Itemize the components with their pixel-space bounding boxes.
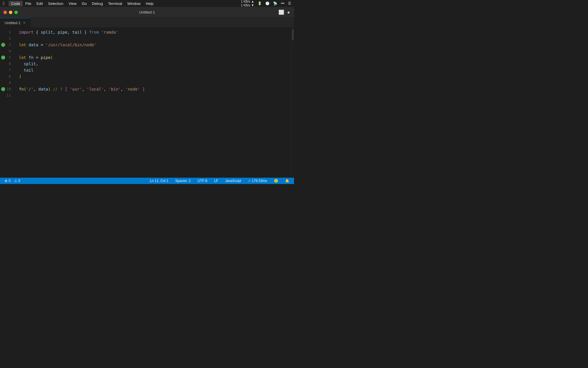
code-content-3[interactable]: let data = '/usr/local/bin/node': [14, 42, 96, 48]
error-count[interactable]: ⊗ 0 ⚠ 0: [3, 178, 21, 184]
code-line-2: 2: [0, 35, 291, 42]
error-icon: ⊗: [5, 179, 7, 183]
status-bar: ⊗ 0 ⚠ 0 Ln 11, Col 1 Spaces: 2 UTF-8 LF …: [0, 178, 294, 184]
warning-icon: ⚠: [14, 179, 17, 183]
line-number-11: 11: [6, 92, 11, 99]
apple-menu[interactable]: : [3, 1, 5, 6]
airdrop-icon: 📡: [273, 1, 277, 5]
menu-file[interactable]: File: [23, 1, 34, 6]
tab-close[interactable]: ✕: [23, 21, 26, 25]
code-line-6: 6 split,: [0, 61, 291, 67]
line-number-4: 4: [9, 48, 11, 54]
line-number-3: 3: [9, 42, 11, 48]
tab-area-empty[interactable]: [30, 18, 294, 28]
more-icon[interactable]: •••: [281, 1, 285, 5]
code-line-7: 7 tail: [0, 67, 291, 73]
code-content-6[interactable]: split,: [14, 61, 38, 67]
code-lines: 1import { split, pipe, tail } from 'ramd…: [0, 29, 291, 99]
menu-go[interactable]: Go: [79, 1, 89, 6]
code-line-8: 8): [0, 73, 291, 80]
code-line-1: 1import { split, pipe, tail } from 'ramd…: [0, 29, 291, 35]
menu-selection[interactable]: Selection: [45, 1, 66, 6]
smiley-icon[interactable]: 🙂: [273, 178, 279, 184]
menu-window[interactable]: Window: [125, 1, 143, 6]
menu-edit[interactable]: Edit: [34, 1, 45, 6]
menu-help[interactable]: Help: [143, 1, 156, 6]
menu-debug[interactable]: Debug: [89, 1, 105, 6]
code-content-5[interactable]: let fn = pipe(: [14, 54, 53, 61]
status-left: ⊗ 0 ⚠ 0: [3, 178, 21, 184]
code-line-11: 11: [0, 92, 291, 99]
menubar-right: 1 KB/s ▲ 1 KB/s ▼ 🔋 🕐 📡 ••• ☰: [241, 0, 291, 7]
code-line-10: 10fn('/', data) // ? [ 'usr', 'local', '…: [0, 86, 291, 92]
bell-icon[interactable]: 🔔: [284, 178, 291, 184]
menu-code[interactable]: Code: [9, 1, 23, 6]
titlebar: Untitled-1 ⬜ ●: [0, 7, 294, 18]
code-line-4: 4: [0, 48, 291, 54]
mac-menubar:  Code File Edit Selection View Go Debug…: [0, 0, 294, 7]
tab-untitled[interactable]: Untitled-1 ✕: [0, 18, 30, 28]
code-content-7[interactable]: tail: [14, 67, 34, 73]
encoding[interactable]: UTF-8: [196, 178, 208, 184]
scrollbar-area[interactable]: [291, 28, 294, 178]
line-number-2: 2: [9, 35, 11, 42]
tab-bar: Untitled-1 ✕: [0, 18, 294, 28]
editor-container: 1import { split, pipe, tail } from 'ramd…: [0, 28, 294, 178]
code-line-3: 3let data = '/usr/local/bin/node': [0, 42, 291, 48]
app:  Code File Edit Selection View Go Debug…: [0, 0, 294, 184]
close-button[interactable]: [3, 11, 7, 14]
timing[interactable]: ✓ 176.53ms: [247, 178, 268, 184]
scrollbar-thumb[interactable]: [292, 29, 294, 41]
window-title: Untitled-1: [139, 10, 155, 14]
indentation[interactable]: Spaces: 2: [174, 178, 192, 184]
cursor-position[interactable]: Ln 11, Col 1: [149, 178, 170, 184]
menu-terminal[interactable]: Terminal: [105, 1, 125, 6]
code-content-10[interactable]: fn('/', data) // ? [ 'usr', 'local', 'bi…: [14, 86, 145, 92]
menu-view[interactable]: View: [66, 1, 79, 6]
list-icon[interactable]: ☰: [288, 1, 291, 5]
split-editor-icon[interactable]: ⬜: [278, 9, 284, 15]
code-content-8[interactable]: ): [14, 73, 21, 80]
breakpoint-10[interactable]: [1, 87, 5, 91]
language-mode[interactable]: JavaScript: [224, 178, 242, 184]
editor[interactable]: 1import { split, pipe, tail } from 'ramd…: [0, 28, 291, 178]
dot-icon[interactable]: ●: [287, 10, 290, 15]
code-line-5: 5let fn = pipe(: [0, 54, 291, 61]
clock-icon: 🕐: [265, 1, 270, 5]
line-number-1: 1: [9, 29, 11, 35]
line-number-8: 8: [9, 73, 11, 80]
titlebar-right: ⬜ ●: [278, 9, 294, 15]
minimize-button[interactable]: [9, 11, 12, 14]
eol[interactable]: LF: [213, 178, 219, 184]
code-content-1[interactable]: import { split, pipe, tail } from 'ramda…: [14, 29, 118, 35]
maximize-button[interactable]: [14, 11, 18, 14]
breakpoint-3[interactable]: [1, 43, 5, 47]
code-line-9: 9: [0, 80, 291, 86]
battery-icon: 🔋: [258, 1, 262, 5]
line-number-6: 6: [9, 61, 11, 67]
network-status: 1 KB/s ▲ 1 KB/s ▼: [241, 0, 254, 7]
window-controls: [0, 11, 18, 14]
status-right: Ln 11, Col 1 Spaces: 2 UTF-8 LF JavaScri…: [149, 178, 291, 184]
line-number-9: 9: [9, 80, 11, 86]
tab-label: Untitled-1: [5, 21, 21, 25]
line-number-10: 10: [6, 86, 11, 92]
line-number-5: 5: [9, 54, 11, 61]
line-number-7: 7: [9, 67, 11, 73]
breakpoint-5[interactable]: [1, 55, 5, 60]
